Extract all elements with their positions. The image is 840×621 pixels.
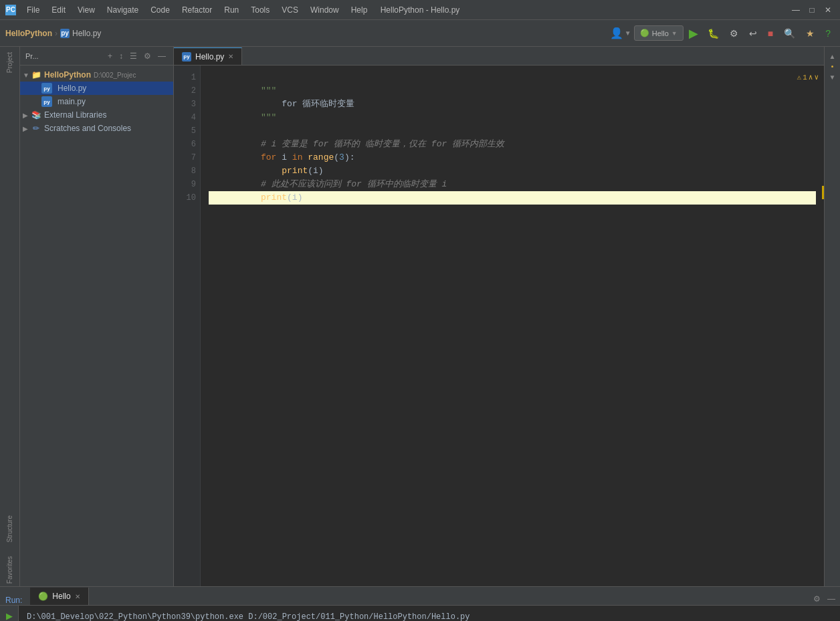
tree-label-hello: Hello.py: [58, 84, 86, 93]
project-panel-close[interactable]: —: [156, 50, 168, 62]
stop-button[interactable]: ■: [764, 27, 777, 40]
bottom-settings-btn[interactable]: ⚙: [811, 593, 823, 605]
favorites-label[interactable]: Favorites: [6, 553, 13, 586]
run-button[interactable]: ▶: [686, 25, 701, 42]
tree-arrow-extlibs: ▶: [23, 112, 31, 119]
term-command-line: D:\001_Develop\022_Python\Python39\pytho…: [27, 611, 832, 621]
search-button[interactable]: 🔍: [780, 27, 799, 40]
run-tab-close[interactable]: ✕: [75, 593, 80, 600]
minimize-button[interactable]: —: [789, 3, 803, 17]
menu-vcs[interactable]: VCS: [276, 4, 304, 16]
profile-button[interactable]: ↩: [745, 27, 761, 40]
title-bar: PC File Edit View Navigate Code Refactor…: [0, 0, 840, 20]
tree-item-hello[interactable]: py Hello.py: [20, 82, 173, 95]
breadcrumb-file[interactable]: py Hello.py: [60, 29, 101, 38]
ln-4: 4: [174, 111, 196, 124]
code-str-3: """: [261, 112, 276, 122]
code-6e: ):: [344, 152, 355, 162]
bottom-tab-hello[interactable]: 🟢 Hello ✕: [30, 588, 88, 605]
tab-close-hello[interactable]: ✕: [228, 53, 233, 60]
app-icon: PC: [5, 5, 16, 15]
rstrip-up[interactable]: ▲: [826, 49, 839, 63]
code-7b: (i): [308, 166, 323, 176]
menu-file[interactable]: File: [21, 4, 45, 16]
main-container: Project Structure Favorites Pr... + ↕ ☰ …: [0, 47, 840, 586]
right-gutter-strip: ▲ ▼: [824, 47, 840, 586]
code-line-4: [209, 111, 816, 124]
tree-label-extlibs: External Libraries: [44, 110, 106, 120]
tree-item-extlibs[interactable]: ▶ 📚 External Libraries: [20, 108, 173, 122]
debug-button[interactable]: 🐛: [704, 27, 723, 40]
breadcrumb: HelloPython › py Hello.py: [5, 29, 610, 38]
menu-navigate[interactable]: Navigate: [102, 4, 144, 16]
folder-icon-root: 📁: [31, 70, 41, 80]
left-sidebar-strip: Project Structure Favorites: [0, 47, 20, 586]
py-icon-main: py: [41, 96, 52, 107]
run-again-btn[interactable]: ▶: [2, 608, 17, 621]
kw-for: for: [261, 152, 276, 162]
line-numbers: 1 2 3 4 5 6 7 8 9 10: [174, 66, 201, 586]
ln-5: 5: [174, 124, 196, 138]
menu-edit[interactable]: Edit: [46, 4, 71, 16]
code-9b: (i): [287, 193, 302, 203]
tab-py-icon: py: [182, 52, 191, 61]
menu-window[interactable]: Window: [305, 4, 344, 16]
menu-view[interactable]: View: [72, 4, 100, 16]
code-line-1: """: [209, 71, 816, 84]
window-controls: — □ ✕: [789, 3, 835, 17]
tree-item-scratches[interactable]: ▶ ✏ Scratches and Consoles: [20, 122, 173, 135]
coverage-button[interactable]: ⚙: [726, 27, 742, 40]
menu-refactor[interactable]: Refactor: [177, 4, 217, 16]
user-icon-area[interactable]: 👤 ▼: [610, 27, 631, 39]
editor-content: 1 2 3 4 5 6 7 8 9 10 ⚠ 1 ∧ ∨: [174, 66, 824, 586]
editor-tab-hello[interactable]: py Hello.py ✕: [174, 47, 242, 65]
breadcrumb-project[interactable]: HelloPython: [5, 29, 52, 38]
rstrip-down[interactable]: ▼: [826, 70, 839, 84]
warning-up[interactable]: ∧: [809, 71, 813, 84]
tree-path-root: D:\002_Projec: [94, 72, 136, 79]
menu-run[interactable]: Run: [219, 4, 244, 16]
code-7a: [261, 166, 282, 176]
tree-label-scratches: Scratches and Consoles: [44, 124, 131, 133]
run-config-button[interactable]: 🟢 Hello ▼: [634, 25, 684, 41]
menu-tools[interactable]: Tools: [245, 4, 275, 16]
project-panel-add[interactable]: +: [106, 50, 114, 62]
bottom-panel: Run: 🟢 Hello ✕ ⚙ — ▶ ↑ 🔧 ↓ ■ ⇌ ⇡ 🖨 🗑 D:\…: [0, 586, 840, 621]
close-button[interactable]: ✕: [821, 3, 835, 17]
run-tab-icon: 🟢: [38, 592, 48, 601]
ln-8: 8: [174, 164, 196, 178]
ln-1: 1: [174, 71, 196, 84]
code-editor[interactable]: ⚠ 1 ∧ ∨ """ for 循环临时变量 """ # i 变量是 for 循…: [201, 66, 824, 586]
project-tree: ▼ 📁 HelloPython D:\002_Projec py Hello.p…: [20, 66, 173, 586]
warning-icon: ⚠: [797, 71, 802, 84]
toolbar-right: 👤 ▼ 🟢 Hello ▼ ▶ 🐛 ⚙ ↩ ■ 🔍 ★ ?: [610, 25, 835, 42]
tree-label-main: main.py: [58, 97, 86, 106]
project-sidebar-label[interactable]: Project: [6, 49, 13, 76]
terminal-output[interactable]: D:\001_Develop\022_Python\Python39\pytho…: [19, 606, 840, 621]
code-comment-8: # 此处不应该访问到 for 循环中的临时变量 i: [261, 179, 447, 189]
bookmark-button[interactable]: ★: [802, 27, 819, 40]
tree-item-root[interactable]: ▼ 📁 HelloPython D:\002_Projec: [20, 68, 173, 82]
code-line-10-content: [261, 206, 266, 216]
ln-9: 9: [174, 178, 196, 191]
maximize-button[interactable]: □: [805, 3, 819, 17]
menu-help[interactable]: Help: [346, 4, 373, 16]
menu-code[interactable]: Code: [145, 4, 175, 16]
bottom-close-btn[interactable]: —: [825, 593, 837, 605]
fn-range: range: [308, 152, 334, 162]
warning-line-marker: [822, 186, 824, 199]
warning-down[interactable]: ∨: [814, 71, 819, 84]
warning-indicator[interactable]: ⚠ 1 ∧ ∨: [797, 71, 819, 84]
bottom-panel-controls: ⚙ —: [811, 593, 840, 605]
help-button[interactable]: ?: [821, 27, 835, 40]
tree-arrow-root: ▼: [23, 72, 31, 79]
bottom-content: ▶ ↑ 🔧 ↓ ■ ⇌ ⇡ 🖨 🗑 D:\001_Develop\022_Pyt…: [0, 606, 840, 621]
code-6b: i: [276, 152, 292, 162]
project-panel-scroll[interactable]: ↕: [117, 50, 125, 62]
project-panel-settings[interactable]: ⚙: [142, 50, 153, 62]
run-label: Run:: [0, 596, 27, 605]
project-panel-collapse[interactable]: ☰: [128, 50, 139, 62]
ln-6: 6: [174, 138, 196, 151]
tree-item-main[interactable]: py main.py: [20, 95, 173, 108]
structure-label[interactable]: Structure: [6, 513, 13, 545]
